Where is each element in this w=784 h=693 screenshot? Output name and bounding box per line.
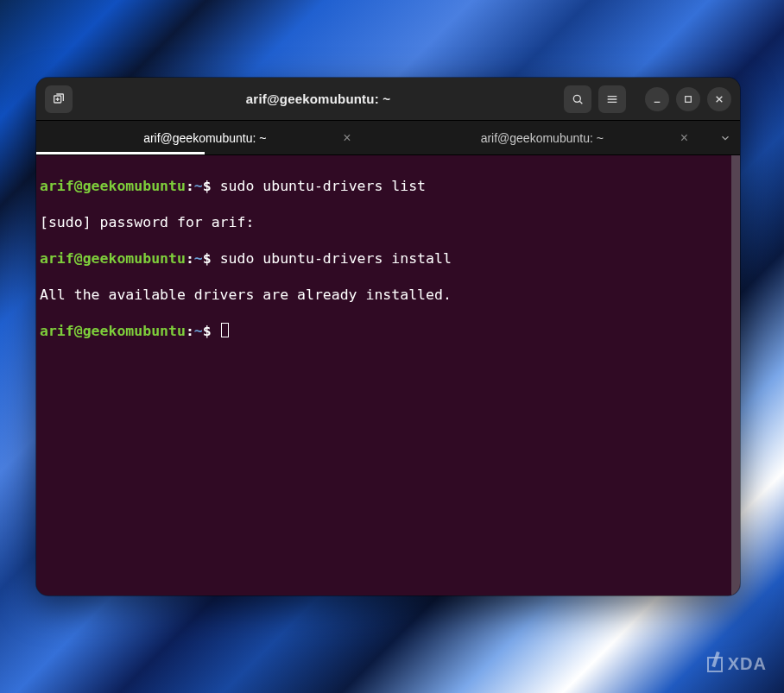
tabs-overflow-button[interactable] (711, 121, 740, 154)
maximize-button[interactable] (676, 87, 700, 111)
chevron-down-icon (719, 132, 731, 144)
minimize-icon (650, 92, 664, 106)
search-icon (571, 92, 585, 106)
terminal-line: All the available drivers are already in… (40, 286, 735, 304)
terminal-line: arif@geekomubuntu:~$ sudo ubuntu-drivers… (40, 249, 735, 268)
terminal-tab-1[interactable]: arif@geekomubuntu: ~ × (36, 121, 374, 154)
tab-label: arif@geekomubuntu: ~ (481, 131, 604, 145)
watermark-text: XDA (728, 654, 767, 674)
new-tab-button[interactable] (45, 85, 73, 113)
maximize-icon (681, 92, 695, 106)
tabbar: arif@geekomubuntu: ~ × arif@geekomubuntu… (36, 121, 740, 155)
xda-logo-icon (707, 657, 723, 672)
terminal-line: arif@geekomubuntu:~$ (40, 322, 735, 340)
minimize-button[interactable] (645, 87, 669, 111)
titlebar: arif@geekomubuntu: ~ (36, 78, 740, 121)
terminal-line: [sudo] password for arif: (40, 213, 735, 231)
svg-rect-2 (686, 96, 692, 102)
xda-watermark: XDA (707, 654, 767, 674)
terminal-tab-2[interactable]: arif@geekomubuntu: ~ × (374, 121, 711, 154)
new-tab-icon (52, 92, 66, 106)
tab-close-icon[interactable]: × (339, 129, 354, 147)
svg-point-1 (573, 95, 580, 102)
terminal-line: arif@geekomubuntu:~$ sudo ubuntu-drivers… (40, 177, 735, 195)
hamburger-menu-button[interactable] (598, 85, 626, 113)
window-title: arif@geekomubuntu: ~ (79, 91, 557, 106)
scrollbar[interactable] (731, 155, 740, 595)
tab-label: arif@geekomubuntu: ~ (143, 131, 266, 145)
terminal-body[interactable]: arif@geekomubuntu:~$ sudo ubuntu-drivers… (36, 155, 740, 595)
terminal-window: arif@geekomubuntu: ~ arif@geekomubuntu: … (36, 78, 740, 595)
tab-close-icon[interactable]: × (677, 129, 692, 147)
hamburger-icon (605, 92, 619, 106)
search-button[interactable] (564, 85, 591, 113)
cursor (221, 323, 229, 337)
close-icon (712, 92, 726, 106)
close-button[interactable] (707, 87, 731, 111)
